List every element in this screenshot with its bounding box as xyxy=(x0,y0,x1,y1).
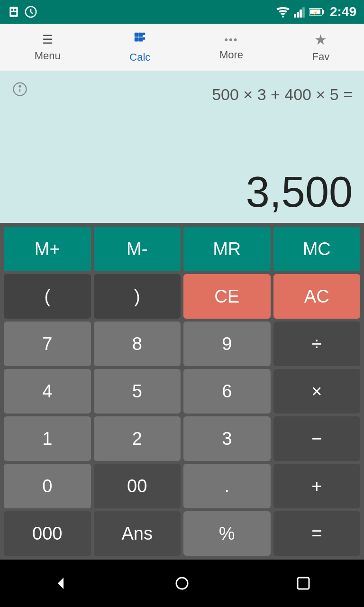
wifi-icon xyxy=(276,6,290,18)
svg-rect-9 xyxy=(302,7,305,18)
btn-equals[interactable]: = xyxy=(273,511,361,556)
btn-open-paren[interactable]: ( xyxy=(4,274,91,319)
btn-subtract[interactable]: − xyxy=(273,416,361,461)
btn-8[interactable]: 8 xyxy=(94,322,181,366)
svg-marker-24 xyxy=(58,578,64,589)
back-button[interactable] xyxy=(49,571,73,595)
svg-rect-8 xyxy=(300,9,302,18)
svg-rect-7 xyxy=(297,12,299,18)
btn-3[interactable]: 3 xyxy=(183,416,271,461)
num-row-123: 1 2 3 − xyxy=(4,416,360,461)
nav-calc[interactable]: Calc xyxy=(120,26,160,68)
svg-rect-15 xyxy=(139,33,143,37)
btn-2[interactable]: 2 xyxy=(94,416,181,461)
nav-more-label: More xyxy=(219,49,243,61)
btn-mr[interactable]: MR xyxy=(183,227,271,271)
svg-rect-2 xyxy=(14,9,16,11)
btn-1[interactable]: 1 xyxy=(4,416,91,461)
btn-divide[interactable]: ÷ xyxy=(273,322,361,366)
svg-rect-18 xyxy=(139,37,143,42)
svg-rect-17 xyxy=(135,37,139,42)
result-display: 3,500 xyxy=(11,171,353,213)
num-row-456: 4 5 6 × xyxy=(4,369,360,414)
btn-00[interactable]: 00 xyxy=(94,464,181,508)
num-row-0: 0 00 . + xyxy=(4,464,360,508)
svg-rect-14 xyxy=(135,33,139,37)
memory-row: M+ M- MR MC xyxy=(4,227,360,271)
svg-rect-1 xyxy=(11,9,13,11)
clear-row: ( ) CE AC xyxy=(4,274,360,319)
nav-bar: ☰ Menu Calc ••• More ★ Fav xyxy=(0,24,364,71)
display-area: 500 × 3 + 400 × 5 = 3,500 xyxy=(0,71,364,223)
svg-rect-11 xyxy=(322,10,324,14)
fav-icon: ★ xyxy=(314,31,327,48)
circle-icon xyxy=(24,5,38,19)
expression-display: 500 × 3 + 400 × 5 = xyxy=(11,85,353,104)
svg-point-25 xyxy=(176,578,188,589)
svg-point-5 xyxy=(282,16,284,18)
btn-multiply[interactable]: × xyxy=(273,369,361,414)
btn-4[interactable]: 4 xyxy=(4,369,91,414)
btn-000[interactable]: 000 xyxy=(4,511,91,556)
btn-0[interactable]: 0 xyxy=(4,464,91,508)
menu-icon: ☰ xyxy=(42,32,53,47)
status-bar-left xyxy=(8,5,38,19)
nav-calc-label: Calc xyxy=(129,51,150,64)
svg-rect-6 xyxy=(294,14,296,18)
btn-close-paren[interactable]: ) xyxy=(94,274,181,319)
svg-rect-16 xyxy=(143,33,146,35)
sim-icon xyxy=(8,6,20,18)
svg-point-23 xyxy=(19,86,21,87)
nav-more[interactable]: ••• More xyxy=(210,29,253,66)
btn-6[interactable]: 6 xyxy=(183,369,271,414)
btn-m-plus[interactable]: M+ xyxy=(4,227,91,271)
nav-fav-label: Fav xyxy=(312,51,330,63)
battery-icon: ⚡ xyxy=(309,7,324,17)
hint-icon xyxy=(11,81,28,100)
btn-7[interactable]: 7 xyxy=(4,322,91,366)
svg-rect-3 xyxy=(11,12,17,15)
btn-ac[interactable]: AC xyxy=(273,274,361,319)
btn-9[interactable]: 9 xyxy=(183,322,271,366)
calculator-keypad: M+ M- MR MC ( ) CE AC 7 8 9 ÷ 4 5 6 × 1 … xyxy=(0,223,364,560)
svg-rect-19 xyxy=(143,37,146,40)
btn-percent[interactable]: % xyxy=(183,511,271,556)
svg-rect-26 xyxy=(298,578,309,589)
time-display: 2:49 xyxy=(330,4,356,19)
btn-decimal[interactable]: . xyxy=(183,464,271,508)
more-icon: ••• xyxy=(224,34,238,46)
nav-fav[interactable]: ★ Fav xyxy=(303,27,339,68)
btn-m-minus[interactable]: M- xyxy=(94,227,181,271)
btn-ce[interactable]: CE xyxy=(183,274,271,319)
btn-ans[interactable]: Ans xyxy=(94,511,181,556)
home-button[interactable] xyxy=(170,571,194,595)
bottom-nav xyxy=(0,560,364,607)
status-bar-right: ⚡ 2:49 xyxy=(276,4,356,19)
signal-icon xyxy=(294,6,305,18)
nav-menu[interactable]: ☰ Menu xyxy=(25,28,70,67)
btn-add[interactable]: + xyxy=(273,464,361,508)
num-row-789: 7 8 9 ÷ xyxy=(4,322,360,366)
btn-5[interactable]: 5 xyxy=(94,369,181,414)
nav-menu-label: Menu xyxy=(35,50,61,62)
recents-button[interactable] xyxy=(291,571,315,595)
func-row: 000 Ans % = xyxy=(4,511,360,556)
svg-text:⚡: ⚡ xyxy=(313,10,318,16)
calc-icon xyxy=(133,31,147,48)
btn-mc[interactable]: MC xyxy=(273,227,361,271)
status-bar: ⚡ 2:49 xyxy=(0,0,364,24)
